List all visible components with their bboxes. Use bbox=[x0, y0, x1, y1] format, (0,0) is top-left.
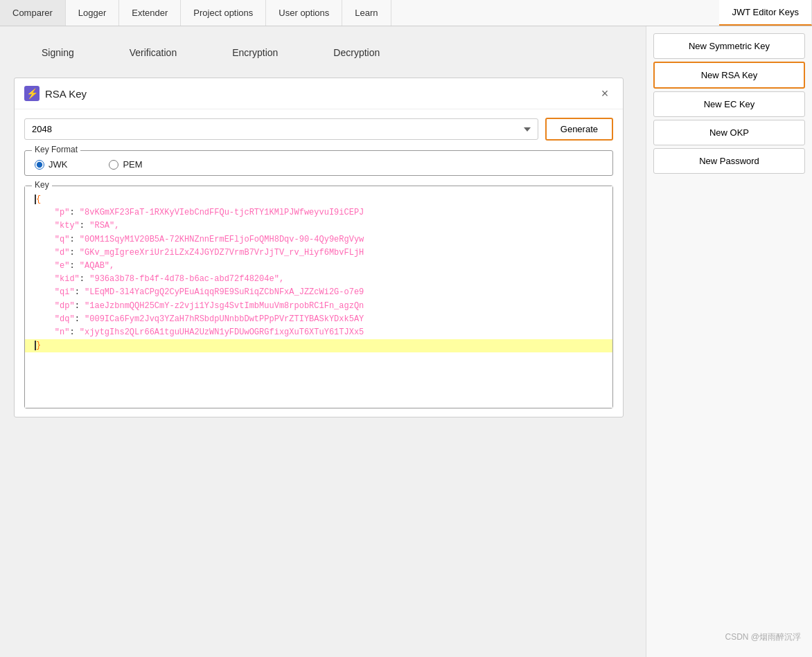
radio-jwk-label: JWK bbox=[48, 159, 67, 170]
nav-item-comparer[interactable]: Comparer bbox=[0, 0, 66, 26]
json-key-kid: "kid" bbox=[55, 274, 80, 284]
json-val-n: "xjytgIhs2QLr66A1tguUHA2UzWN1yFDUwOGRGfi… bbox=[80, 327, 364, 337]
json-key-qi: "qi" bbox=[55, 287, 75, 297]
json-key-e: "e" bbox=[55, 261, 70, 271]
tab-encryption[interactable]: Encryption bbox=[204, 40, 306, 66]
key-legend: Key bbox=[32, 180, 52, 190]
json-val-dq: "009ICa6Fym2Jvq3YZaH7hRSbdpUNnbbDwtPPpPV… bbox=[85, 314, 364, 324]
json-val-kid: "936a3b78-fb4f-4d78-b6ac-abd72f48204e", bbox=[89, 274, 284, 284]
json-key-dq: "dq" bbox=[55, 314, 75, 324]
json-key-dp: "dp" bbox=[55, 301, 75, 311]
json-key-p: "p" bbox=[55, 208, 70, 217]
key-line-kty: "kty": "RSA", bbox=[35, 219, 603, 233]
nav-item-user-options[interactable]: User options bbox=[266, 0, 342, 26]
json-val-e: "AQAB", bbox=[80, 261, 114, 271]
json-val-qi: "LEqMD-3l4YaCPgQ2CyPEuAiqqR9E9SuRiqZCbNF… bbox=[85, 287, 364, 297]
key-line-e: "e": "AQAB", bbox=[35, 260, 603, 273]
json-key-q: "q" bbox=[55, 235, 70, 244]
json-val-d: "GKv_mgIgreeXriUr2iLZxZ4JGYDZ7VrmB7VrJjT… bbox=[80, 248, 364, 258]
colon-kty: : bbox=[80, 221, 89, 231]
nav-item-logger[interactable]: Logger bbox=[66, 0, 119, 26]
colon-p: : bbox=[69, 208, 79, 217]
key-line-open: { bbox=[35, 193, 603, 206]
close-brace: } bbox=[36, 341, 41, 350]
json-key-n: "n" bbox=[55, 327, 70, 337]
watermark: CSDN @烟雨醉沉浮 bbox=[725, 631, 801, 643]
nav-item-jwt-editor-keys[interactable]: JWT Editor Keys bbox=[719, 0, 812, 26]
key-format-group: Key Format JWK PEM bbox=[24, 150, 613, 176]
rsa-title-group: ⚡ RSA Key bbox=[24, 86, 87, 101]
radio-label-pem[interactable]: PEM bbox=[109, 159, 142, 170]
key-line-n: "n": "xjytgIhs2QLr66A1tguUHA2UzWN1yFDUwO… bbox=[35, 326, 603, 339]
key-line-p: "p": "8vKGmXF23FaT-1RXKyVIebCndFFQu-tjcR… bbox=[35, 206, 603, 219]
nav-item-extender[interactable]: Extender bbox=[119, 0, 181, 26]
generate-button[interactable]: Generate bbox=[545, 118, 613, 141]
rsa-panel-body: 2048 1024 4096 Generate Key Format JWK bbox=[15, 109, 623, 417]
radio-pem[interactable] bbox=[109, 160, 118, 170]
json-key-kty: "kty" bbox=[55, 221, 80, 231]
content-area: Signing Verification Encryption Decrypti… bbox=[0, 26, 646, 657]
close-button[interactable]: × bbox=[597, 85, 613, 102]
new-ec-key-button[interactable]: New EC Key bbox=[653, 91, 805, 117]
close-brace-highlight: } bbox=[25, 339, 612, 352]
radio-pem-label: PEM bbox=[123, 159, 142, 170]
key-line-kid: "kid": "936a3b78-fb4f-4d78-b6ac-abd72f48… bbox=[35, 273, 603, 286]
colon-q: : bbox=[69, 235, 79, 244]
colon-qi: : bbox=[75, 287, 85, 297]
key-line-close: } bbox=[35, 339, 603, 352]
key-format-legend: Key Format bbox=[32, 145, 80, 154]
new-symmetric-key-button[interactable]: New Symmetric Key bbox=[653, 33, 805, 59]
key-section: Key { "p": "8vKGmXF23FaT-1RXKyVIebCndFFQ… bbox=[24, 186, 613, 408]
colon-dq: : bbox=[75, 314, 85, 324]
key-line-dp: "dp": "1aeJzbnmQQH25CmY-z2vji1YJsg4SvtIm… bbox=[35, 300, 603, 313]
right-sidebar: New Symmetric Key New RSA Key New EC Key… bbox=[646, 26, 812, 657]
rsa-panel: ⚡ RSA Key × 2048 1024 4096 Generate bbox=[14, 78, 624, 417]
main-layout: Signing Verification Encryption Decrypti… bbox=[0, 26, 812, 657]
key-line-q: "q": "0OM11SqyM1V20B5A-72KHNZnnErmEFljoF… bbox=[35, 233, 603, 246]
json-val-kty: "RSA", bbox=[89, 221, 119, 231]
rsa-panel-title: RSA Key bbox=[45, 88, 87, 100]
radio-jwk[interactable] bbox=[35, 160, 44, 170]
sub-tabs: Signing Verification Encryption Decrypti… bbox=[14, 40, 632, 66]
colon-e: : bbox=[69, 261, 79, 271]
radio-label-jwk[interactable]: JWK bbox=[35, 159, 67, 170]
colon-kid: : bbox=[80, 274, 89, 284]
new-password-button[interactable]: New Password bbox=[653, 148, 805, 174]
json-val-p: "8vKGmXF23FaT-1RXKyVIebCndFFQu-tjcRTY1KM… bbox=[80, 208, 364, 217]
top-nav: Comparer Logger Extender Project options… bbox=[0, 0, 812, 26]
key-size-row: 2048 1024 4096 Generate bbox=[24, 118, 613, 141]
key-line-qi: "qi": "LEqMD-3l4YaCPgQ2CyPEuAiqqR9E9SuRi… bbox=[35, 286, 603, 299]
key-line-d: "d": "GKv_mgIgreeXriUr2iLZxZ4JGYDZ7VrmB7… bbox=[35, 246, 603, 260]
rsa-panel-header: ⚡ RSA Key × bbox=[15, 78, 623, 109]
nav-item-project-options[interactable]: Project options bbox=[181, 0, 266, 26]
tab-decryption[interactable]: Decryption bbox=[306, 40, 407, 66]
open-brace: { bbox=[36, 195, 41, 204]
key-content-area[interactable]: { "p": "8vKGmXF23FaT-1RXKyVIebCndFFQu-tj… bbox=[25, 186, 612, 408]
tab-signing[interactable]: Signing bbox=[14, 40, 102, 66]
nav-item-learn[interactable]: Learn bbox=[342, 0, 391, 26]
json-val-q: "0OM11SqyM1V20B5A-72KHNZnnErmEFljoFoQMH8… bbox=[80, 235, 364, 244]
colon-d: : bbox=[69, 248, 79, 258]
new-rsa-key-button[interactable]: New RSA Key bbox=[653, 62, 805, 89]
key-size-select[interactable]: 2048 1024 4096 bbox=[24, 118, 538, 140]
key-line-dq: "dq": "009ICa6Fym2Jvq3YZaH7hRSbdpUNnbbDw… bbox=[35, 313, 603, 326]
new-okp-button[interactable]: New OKP bbox=[653, 120, 805, 145]
radio-row: JWK PEM bbox=[35, 156, 603, 170]
rsa-icon: ⚡ bbox=[24, 86, 39, 101]
tab-verification[interactable]: Verification bbox=[102, 40, 204, 66]
json-val-dp: "1aeJzbnmQQH25CmY-z2vji1YJsg4SvtImbMuuVm… bbox=[85, 301, 364, 311]
colon-dp: : bbox=[75, 301, 85, 311]
json-key-d: "d" bbox=[55, 248, 70, 258]
colon-n: : bbox=[69, 327, 79, 337]
